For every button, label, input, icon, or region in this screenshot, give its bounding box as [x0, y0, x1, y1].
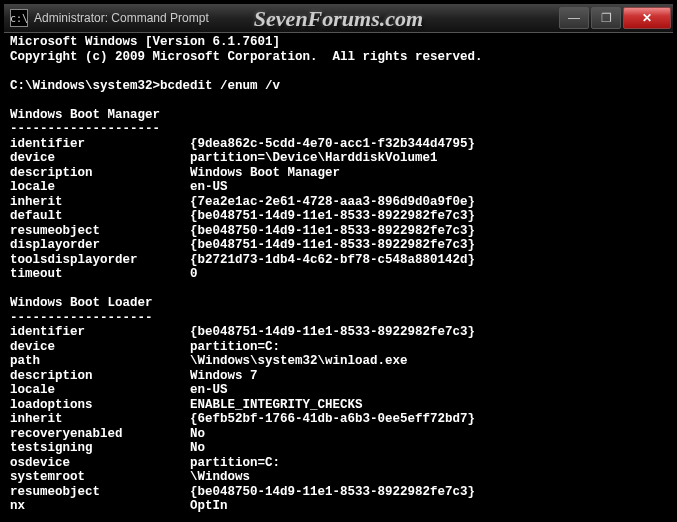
- bl-row: locale en-US: [10, 383, 228, 397]
- bl-row: path \Windows\system32\winload.exe: [10, 354, 408, 368]
- bm-row: default {be048751-14d9-11e1-8533-8922982…: [10, 209, 475, 223]
- command-prompt-window: c:\ Administrator: Command Prompt SevenF…: [0, 0, 677, 522]
- bl-row: systemroot \Windows: [10, 470, 250, 484]
- titlebar[interactable]: c:\ Administrator: Command Prompt SevenF…: [4, 4, 673, 33]
- bm-row: displayorder {be048751-14d9-11e1-8533-89…: [10, 238, 475, 252]
- copyright-line: Copyright (c) 2009 Microsoft Corporation…: [10, 50, 483, 64]
- minimize-button[interactable]: —: [559, 7, 589, 29]
- bl-row: recoveryenabled No: [10, 427, 205, 441]
- bl-row: inherit {6efb52bf-1766-41db-a6b3-0ee5eff…: [10, 412, 475, 426]
- app-icon: c:\: [10, 9, 28, 27]
- version-line: Microsoft Windows [Version 6.1.7601]: [10, 35, 280, 49]
- window-title: Administrator: Command Prompt: [34, 11, 559, 25]
- bm-row: toolsdisplayorder {b2721d73-1db4-4c62-bf…: [10, 253, 475, 267]
- section-boot-manager: Windows Boot Manager: [10, 108, 160, 122]
- prompt: C:\Windows\system32>: [10, 79, 160, 93]
- bl-row: nx OptIn: [10, 499, 228, 513]
- bm-row: locale en-US: [10, 180, 228, 194]
- command-bcdedit-enum: bcdedit /enum /v: [160, 79, 280, 93]
- bm-row: resumeobject {be048750-14d9-11e1-8533-89…: [10, 224, 475, 238]
- bm-row: description Windows Boot Manager: [10, 166, 340, 180]
- bl-row: device partition=C:: [10, 340, 280, 354]
- bm-row: timeout 0: [10, 267, 198, 281]
- section-boot-loader: Windows Boot Loader: [10, 296, 153, 310]
- bm-row: device partition=\Device\HarddiskVolume1: [10, 151, 438, 165]
- bl-row: description Windows 7: [10, 369, 258, 383]
- bl-row: identifier {be048751-14d9-11e1-8533-8922…: [10, 325, 475, 339]
- bm-row: identifier {9dea862c-5cdd-4e70-acc1-f32b…: [10, 137, 475, 151]
- close-button[interactable]: ✕: [623, 7, 671, 29]
- maximize-button[interactable]: ❐: [591, 7, 621, 29]
- bl-row: loadoptions ENABLE_INTEGRITY_CHECKS: [10, 398, 363, 412]
- bl-row: testsigning No: [10, 441, 205, 455]
- bl-row: osdevice partition=C:: [10, 456, 280, 470]
- terminal-output[interactable]: Microsoft Windows [Version 6.1.7601] Cop…: [4, 33, 673, 519]
- window-controls: — ❐ ✕: [559, 7, 671, 29]
- bm-row: inherit {7ea2e1ac-2e61-4728-aaa3-896d9d0…: [10, 195, 475, 209]
- bl-row: resumeobject {be048750-14d9-11e1-8533-89…: [10, 485, 475, 499]
